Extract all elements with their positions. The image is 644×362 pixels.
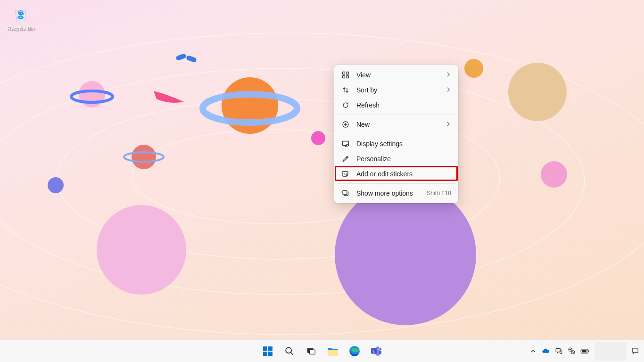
system-tray bbox=[528, 340, 641, 362]
menu-label: Display settings bbox=[356, 140, 451, 148]
svg-rect-47 bbox=[588, 350, 589, 352]
menu-label: Refresh bbox=[356, 101, 451, 109]
svg-point-10 bbox=[48, 177, 64, 193]
svg-point-15 bbox=[132, 145, 156, 169]
folder-icon bbox=[327, 345, 339, 357]
svg-point-8 bbox=[79, 81, 105, 107]
svg-rect-29 bbox=[263, 346, 267, 351]
windows-logo-icon bbox=[262, 346, 273, 357]
menu-label: Personalize bbox=[356, 155, 451, 163]
svg-rect-28 bbox=[343, 190, 347, 195]
menu-item-show-more-options[interactable]: Show more options Shift+F10 bbox=[337, 186, 456, 201]
svg-rect-36 bbox=[328, 350, 338, 355]
sticker-icon bbox=[341, 170, 350, 178]
menu-label: Show more options bbox=[356, 189, 427, 197]
task-view-button[interactable] bbox=[302, 342, 321, 361]
tray-overflow-button[interactable] bbox=[528, 342, 539, 361]
svg-point-6 bbox=[335, 184, 476, 325]
task-view-icon bbox=[306, 346, 316, 356]
svg-rect-22 bbox=[347, 76, 349, 78]
menu-shortcut: Shift+F10 bbox=[427, 190, 451, 197]
refresh-icon bbox=[341, 101, 350, 109]
chevron-right-icon bbox=[446, 121, 451, 128]
chevron-right-icon bbox=[446, 71, 451, 79]
svg-rect-35 bbox=[309, 350, 315, 354]
svg-text:T: T bbox=[372, 348, 375, 353]
menu-item-refresh[interactable]: Refresh bbox=[337, 98, 456, 113]
display-icon bbox=[341, 140, 350, 148]
menu-separator bbox=[338, 183, 455, 184]
recycle-bin-icon bbox=[10, 4, 31, 25]
tray-do-not-disturb[interactable] bbox=[566, 342, 578, 361]
svg-point-27 bbox=[346, 173, 347, 173]
file-explorer-button[interactable] bbox=[323, 342, 342, 361]
desktop-icon-label: Recycle Bin bbox=[5, 25, 37, 31]
menu-label: Add or edit stickers bbox=[356, 170, 451, 178]
svg-point-39 bbox=[380, 348, 381, 350]
tray-onedrive[interactable] bbox=[540, 342, 552, 361]
menu-item-new[interactable]: New bbox=[337, 117, 456, 132]
menu-item-stickers[interactable]: Add or edit stickers bbox=[337, 166, 456, 181]
taskbar: T bbox=[0, 339, 644, 362]
taskbar-clock[interactable] bbox=[594, 342, 627, 361]
teams-button[interactable]: T bbox=[367, 342, 386, 361]
svg-point-7 bbox=[97, 205, 186, 295]
svg-point-4 bbox=[222, 77, 278, 134]
start-button[interactable] bbox=[258, 342, 277, 361]
svg-rect-17 bbox=[175, 53, 187, 61]
taskbar-center: T bbox=[258, 340, 386, 362]
svg-point-16 bbox=[124, 152, 164, 162]
svg-point-13 bbox=[464, 59, 483, 78]
svg-rect-31 bbox=[263, 352, 267, 356]
wallpaper-orbits bbox=[0, 0, 644, 362]
menu-item-view[interactable]: View bbox=[337, 67, 456, 82]
dnd-icon bbox=[568, 347, 576, 355]
svg-point-12 bbox=[541, 161, 567, 188]
svg-point-33 bbox=[286, 347, 291, 353]
nearby-icon bbox=[555, 347, 563, 355]
svg-rect-30 bbox=[268, 346, 272, 351]
menu-separator bbox=[338, 115, 455, 115]
desktop[interactable]: Recycle Bin View Sort by Refresh bbox=[0, 0, 644, 362]
teams-icon: T bbox=[370, 345, 382, 357]
svg-rect-19 bbox=[343, 72, 345, 74]
edge-icon bbox=[348, 345, 361, 357]
svg-rect-18 bbox=[186, 55, 197, 63]
edge-button[interactable] bbox=[345, 342, 364, 361]
menu-separator bbox=[338, 134, 455, 134]
chevron-up-icon bbox=[530, 348, 536, 354]
desktop-icon-recycle-bin[interactable]: Recycle Bin bbox=[5, 4, 37, 31]
svg-point-0 bbox=[0, 33, 644, 335]
notification-icon bbox=[631, 347, 639, 355]
menu-label: View bbox=[356, 71, 446, 79]
svg-rect-32 bbox=[268, 352, 272, 356]
svg-rect-20 bbox=[347, 72, 349, 74]
new-icon bbox=[341, 120, 350, 129]
menu-item-display-settings[interactable]: Display settings bbox=[337, 136, 456, 151]
svg-point-14 bbox=[508, 63, 567, 121]
svg-point-26 bbox=[344, 173, 345, 173]
svg-point-9 bbox=[71, 91, 113, 102]
desktop-context-menu: View Sort by Refresh New bbox=[334, 65, 458, 203]
search-button[interactable] bbox=[280, 342, 299, 361]
menu-label: Sort by bbox=[356, 86, 446, 94]
view-icon bbox=[341, 71, 350, 79]
tray-nearby-sharing[interactable] bbox=[553, 342, 565, 361]
menu-label: New bbox=[356, 121, 446, 128]
tray-battery[interactable] bbox=[578, 342, 592, 361]
svg-point-1 bbox=[0, 68, 585, 295]
svg-point-5 bbox=[203, 94, 297, 123]
svg-rect-48 bbox=[582, 350, 586, 352]
cloud-icon bbox=[542, 347, 550, 355]
sort-icon bbox=[341, 86, 350, 94]
battery-icon bbox=[580, 348, 590, 354]
show-more-icon bbox=[341, 189, 350, 197]
chevron-right-icon bbox=[446, 86, 451, 94]
search-icon bbox=[284, 346, 295, 356]
tray-notifications[interactable] bbox=[629, 342, 641, 361]
svg-rect-21 bbox=[343, 76, 345, 78]
menu-item-sort-by[interactable]: Sort by bbox=[337, 82, 456, 98]
svg-point-11 bbox=[311, 131, 325, 145]
menu-item-personalize[interactable]: Personalize bbox=[337, 151, 456, 166]
personalize-icon bbox=[341, 155, 350, 163]
